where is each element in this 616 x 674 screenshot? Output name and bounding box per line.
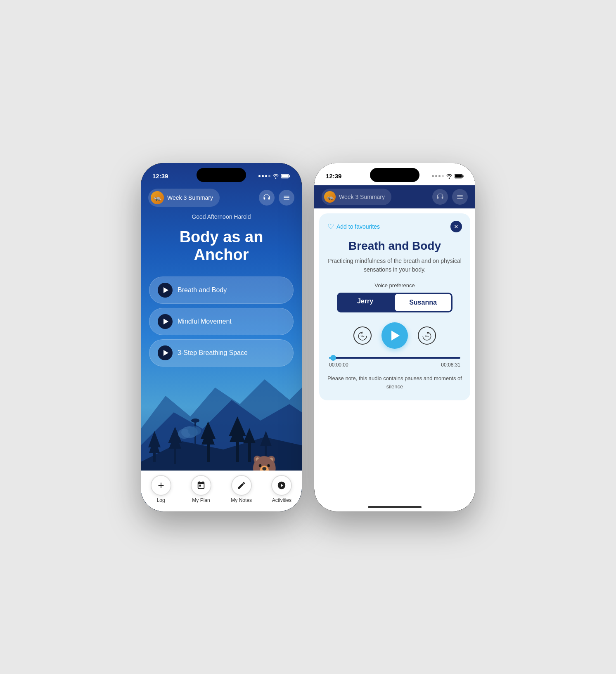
calendar-icon [197,481,206,490]
menu-icon-right [456,193,464,201]
avatar-right: 🦡 [324,191,336,203]
audio-note: Please note, this audio contains pauses … [327,374,462,390]
skip-forward-button[interactable]: 10s [418,326,436,345]
audio-label-3step: 3-Step Breathing Space [178,349,248,357]
activities-icon [277,481,286,490]
battery-icon [281,174,290,179]
play-button-3step[interactable] [158,345,173,360]
progress-container: 00:00:00 00:08:31 [329,357,460,368]
headphones-button-left[interactable] [259,190,275,206]
close-button[interactable]: ✕ [450,221,462,232]
signal-icon [258,175,270,177]
right-nav-icons [432,189,468,205]
nav-bar-left: 🦡 Week 3 Summary [141,185,302,210]
tab-log-label: Log [157,497,165,503]
add-to-favourites-button[interactable]: ♡ Add to favourites [327,222,380,231]
voice-toggle: Jerry Susanna [337,293,453,312]
play-icon-3step [163,350,168,356]
plus-icon [156,481,166,490]
tab-activities-label: Activities [272,497,291,503]
headphones-icon-left [263,194,270,201]
pencil-icon [237,481,246,490]
player-controls: 10s 10s [327,322,462,349]
dynamic-island-right [370,168,419,182]
avatar-left: 🦡 [151,191,164,204]
play-button-large[interactable] [381,322,408,349]
tab-my-notes[interactable]: My Notes [231,475,252,503]
tab-activities-icon [271,475,292,496]
main-title-left: Body as anAnchor [153,228,289,264]
tab-my-plan-label: My Plan [192,497,210,503]
tab-log[interactable]: Log [151,475,171,503]
right-screen: 12:39 [314,163,475,511]
svg-point-26 [188,426,201,435]
right-phone: 12:39 [314,163,475,511]
tab-bar-left: Log My Plan My Not [141,471,302,511]
status-time-left: 12:39 [152,173,168,180]
svg-rect-28 [462,175,463,177]
wifi-icon [272,174,279,179]
menu-button-left[interactable] [279,190,294,206]
tab-activities[interactable]: Activities [271,475,292,503]
svg-point-23 [191,419,199,423]
svg-rect-29 [455,175,462,177]
audio-item-mindful-movement[interactable]: Mindful Movement [149,308,294,335]
home-indicator-right [368,506,422,508]
signal-icon-right [432,175,444,177]
favourite-row: ♡ Add to favourites ✕ [327,221,462,232]
svg-text:10s: 10s [360,335,364,338]
svg-text:10s: 10s [425,335,429,338]
nav-bar-right: 🦡 Week 3 Summary [314,185,475,208]
left-screen: 12:39 🦡 [141,163,302,511]
time-total: 00:08:31 [441,362,460,368]
voice-option-susanna[interactable]: Susanna [395,294,451,311]
headphones-icon-right [436,193,444,201]
voice-option-jerry[interactable]: Jerry [337,293,393,312]
week-badge-left[interactable]: 🦡 Week 3 Summary [148,189,220,207]
heart-icon: ♡ [327,222,334,231]
tab-my-plan[interactable]: My Plan [191,475,211,503]
week-badge-right[interactable]: 🦡 Week 3 Summary [322,189,391,205]
play-icon-large [391,331,400,341]
tab-my-notes-icon [231,475,252,496]
phones-container: 12:39 🦡 [141,163,475,511]
voice-preference-label: Voice preference [327,282,462,289]
status-time-right: 12:39 [326,173,341,180]
headphones-button-right[interactable] [432,189,448,205]
time-row: 00:00:00 00:08:31 [329,362,460,368]
skip-back-button[interactable]: 10s [353,326,372,345]
skip-back-icon: 10s [357,330,368,341]
menu-icon-left [283,194,290,201]
week-label-right: Week 3 Summary [339,194,385,200]
play-icon-mindful-movement [163,319,168,324]
wifi-icon-right [446,174,453,179]
menu-button-right[interactable] [452,189,468,205]
nav-icons-right-left [259,190,294,206]
audio-item-3step[interactable]: 3-Step Breathing Space [149,339,294,367]
status-icons-left [258,174,290,179]
time-current: 00:00:00 [329,362,348,368]
audio-detail-panel: ♡ Add to favourites ✕ Breath and Body Pr… [319,213,470,401]
status-icons-right [432,174,464,179]
skip-forward-icon: 10s [421,330,433,341]
play-button-mindful-movement[interactable] [158,314,173,329]
left-phone: 12:39 🦡 [141,163,302,511]
dynamic-island-left [197,168,246,182]
audio-detail-title: Breath and Body [327,239,462,253]
play-icon-breath-body [163,287,168,293]
tab-my-notes-label: My Notes [231,497,252,503]
greeting-left: Good Afternoon Harold [141,213,302,220]
audio-item-breath-body[interactable]: Breath and Body [149,277,294,304]
play-button-breath-body[interactable] [158,283,173,298]
audio-label-breath-body: Breath and Body [178,286,227,294]
tab-log-icon [151,475,171,496]
audio-label-mindful-movement: Mindful Movement [178,318,232,325]
add-to-favourites-label: Add to favourites [336,223,380,230]
svg-rect-1 [289,175,290,177]
audio-list-left: Breath and Body Mindful Movement 3-Step … [141,277,302,367]
week-label-left: Week 3 Summary [167,194,213,201]
svg-rect-2 [282,175,289,177]
progress-thumb [330,355,336,361]
progress-bar[interactable] [329,357,460,359]
tab-my-plan-icon [191,475,211,496]
